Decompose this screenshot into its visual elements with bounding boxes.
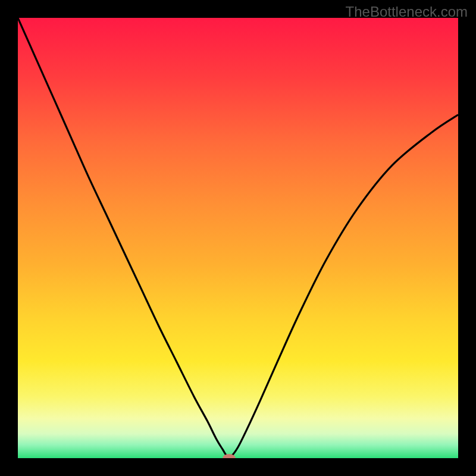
attribution-text: TheBottleneck.com	[346, 4, 468, 20]
curve-layer	[18, 18, 458, 458]
bottleneck-curve	[18, 18, 458, 457]
optimum-marker	[223, 454, 236, 458]
chart-plot-area	[18, 18, 458, 458]
